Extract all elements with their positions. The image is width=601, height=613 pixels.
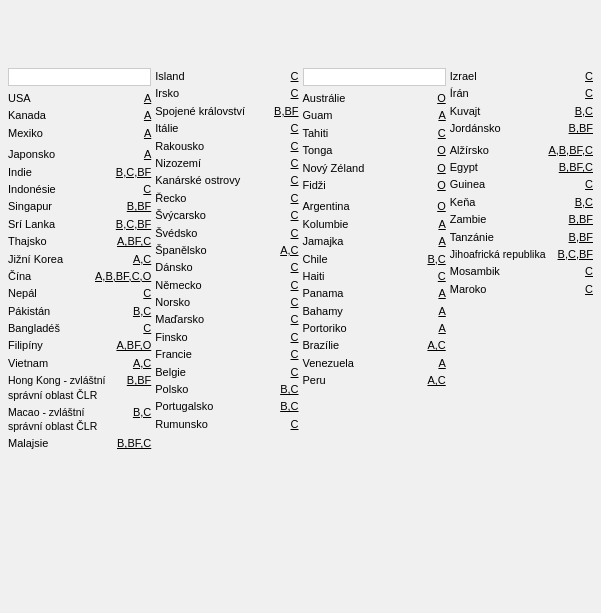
country-code: O (416, 161, 446, 176)
column-3: AustrálieOGuamATahitiCTongaONový ZélandO… (303, 68, 446, 452)
country-name: Tanzánie (450, 230, 563, 245)
country-name: Nový Zéland (303, 161, 416, 176)
country-code: A (121, 108, 151, 123)
country-code: A (416, 286, 446, 301)
country-name: Argentina (303, 199, 416, 214)
country-row: MaďarskoC (155, 311, 298, 328)
country-code: B,BF (563, 212, 593, 227)
country-row: IslandC (155, 68, 298, 85)
country-row: USAA (8, 90, 151, 107)
country-row: IrskoC (155, 85, 298, 102)
country-code: C (121, 321, 151, 336)
country-code: B,C (269, 382, 299, 397)
country-row: KuvajtB,C (450, 103, 593, 120)
country-code: O (416, 143, 446, 158)
page: USAAKanadaAMexikoAJaponskoAIndieB,C,BFIn… (0, 0, 601, 460)
country-row: MalajsieB,BF,C (8, 435, 151, 452)
country-code: A,C (416, 338, 446, 353)
country-code: B,C (563, 195, 593, 210)
country-row: PortorikoA (303, 320, 446, 337)
country-name: Maďarsko (155, 312, 268, 327)
country-row: GuamA (303, 107, 446, 124)
country-code: C (269, 191, 299, 206)
country-name: Filipíny (8, 338, 116, 353)
country-name: Izrael (450, 69, 563, 84)
country-code: O (416, 199, 446, 214)
country-name: Srí Lanka (8, 217, 116, 232)
country-code: C (269, 208, 299, 223)
country-row: PeruA,C (303, 372, 446, 389)
country-row: SingapurB,BF (8, 198, 151, 215)
country-row: ZambieB,BF (450, 211, 593, 228)
country-name: Singapur (8, 199, 121, 214)
country-row: VenezuelaA (303, 355, 446, 372)
country-row: RakouskoC (155, 138, 298, 155)
country-code: O (416, 178, 446, 193)
country-row: Kanárské ostrovyC (155, 172, 298, 189)
country-code: C (563, 177, 593, 192)
country-code: A,B,BF,C,O (95, 269, 151, 284)
country-code: A (416, 321, 446, 336)
country-code: B,BF (121, 199, 151, 214)
country-name: Itálie (155, 121, 268, 136)
country-code: C (269, 278, 299, 293)
country-row: FilipínyA,BF,O (8, 337, 151, 354)
country-name: Bangladéš (8, 321, 121, 336)
country-code: B,C (121, 405, 151, 420)
country-name: Egypt (450, 160, 559, 175)
country-row: BangladéšC (8, 320, 151, 337)
country-name: Zambie (450, 212, 563, 227)
country-code: A (121, 91, 151, 106)
country-code: C (121, 182, 151, 197)
country-row: ItálieC (155, 120, 298, 137)
country-code: A (121, 147, 151, 162)
country-row: ŘeckoC (155, 190, 298, 207)
country-name: Mosambik (450, 264, 563, 279)
country-name: Nepál (8, 286, 121, 301)
country-row: ŠpanělskoA,C (155, 242, 298, 259)
country-name: Alžírsko (450, 143, 549, 158)
country-code: B,C,BF (558, 247, 593, 262)
country-code: A (416, 217, 446, 232)
country-name: Rumunsko (155, 417, 268, 432)
country-code: C (269, 86, 299, 101)
country-name: Venezuela (303, 356, 416, 371)
search-box-col3[interactable] (303, 68, 446, 86)
country-code: C (416, 269, 446, 284)
country-name: Maroko (450, 282, 563, 297)
country-code: A,C (269, 243, 299, 258)
column-4: IzraelCÍránCKuvajtB,CJordánskoB,BFAlžírs… (450, 68, 593, 452)
country-name: Kanárské ostrovy (155, 173, 268, 188)
country-row: ThajskoA,BF,C (8, 233, 151, 250)
country-row: BelgieC (155, 364, 298, 381)
country-name: Portoriko (303, 321, 416, 336)
country-row: PolskoB,C (155, 381, 298, 398)
country-code: C (563, 282, 593, 297)
country-row: NepálC (8, 285, 151, 302)
country-code: A (416, 304, 446, 319)
country-name: Kanada (8, 108, 121, 123)
country-code: C (563, 69, 593, 84)
country-code: B,BF (269, 104, 299, 119)
country-name: Polsko (155, 382, 268, 397)
country-code: O (416, 91, 446, 106)
country-name: Francie (155, 347, 268, 362)
country-row: ŠvýcarskoC (155, 207, 298, 224)
country-name: Kuvajt (450, 104, 563, 119)
country-code: C (121, 286, 151, 301)
country-row: FrancieC (155, 346, 298, 363)
country-name: Indie (8, 165, 116, 180)
country-code: A (416, 108, 446, 123)
country-code: B,BF,C (559, 160, 593, 175)
country-name: Jihoafrická republika (450, 247, 558, 262)
search-box-col1[interactable] (8, 68, 151, 86)
country-row: KeňaB,C (450, 194, 593, 211)
country-name: Haiti (303, 269, 416, 284)
country-name: Spojené království (155, 104, 268, 119)
country-code: C (269, 121, 299, 136)
country-code: C (269, 330, 299, 345)
country-row: Jihoafrická republikaB,C,BF (450, 246, 593, 263)
country-code: B,BF,C (117, 436, 151, 451)
country-code: B,BF (563, 230, 593, 245)
country-code: A,C (121, 356, 151, 371)
